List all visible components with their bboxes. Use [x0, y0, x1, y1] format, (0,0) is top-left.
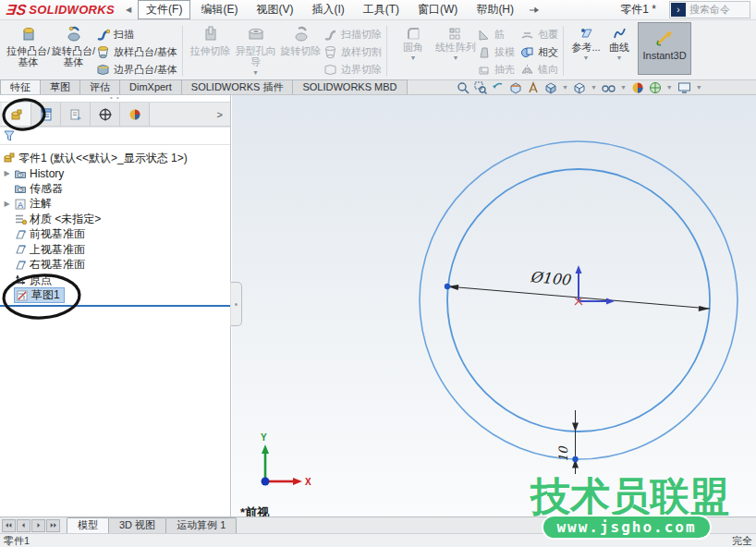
display-style-dropdown-icon[interactable]: ▼ [591, 85, 597, 91]
coordinate-triad: Y X [261, 432, 311, 487]
wrap-button[interactable]: 包覆 [520, 26, 558, 43]
tab-features[interactable]: 特征 [0, 79, 41, 94]
menu-view[interactable]: 视图(V) [248, 0, 301, 19]
tab-evaluate[interactable]: 评估 [79, 79, 120, 94]
filter-funnel-icon[interactable] [3, 129, 16, 142]
sweep-cut-button[interactable]: 扫描切除 [323, 26, 382, 43]
display-manager-tab[interactable] [120, 103, 150, 126]
tree-item-front-plane[interactable]: 前视基准面 [0, 227, 230, 243]
diameter-dimension-text[interactable]: Ø100 [530, 268, 573, 289]
menu-window[interactable]: 窗口(W) [409, 0, 466, 19]
shell-button[interactable]: 抽壳 [477, 61, 515, 79]
revolve-cut-button[interactable]: 旋转切除 [278, 22, 323, 56]
graphics-area[interactable]: Ø100 10 Y X *前视 [232, 95, 756, 517]
extrude-cut-button[interactable]: 拉伸切除 [188, 22, 233, 56]
hide-show-dropdown-icon[interactable]: ▼ [620, 85, 627, 91]
tree-root-row[interactable]: 零件1 (默认<<默认>_显示状态 1>) [0, 151, 230, 166]
previous-tab-button[interactable]: ⏴ [17, 519, 30, 532]
zoom-fit-icon[interactable] [457, 81, 469, 94]
configuration-manager-tab[interactable] [61, 103, 91, 126]
menu-help[interactable]: 帮助(H) [468, 0, 522, 19]
hole-wizard-button[interactable]: 异型孔向导 ▼ [233, 22, 278, 76]
menu-collapse-icon[interactable]: ◀ [126, 6, 131, 14]
last-tab-button[interactable]: ⏵⏵ [46, 519, 60, 532]
zoom-area-icon[interactable] [474, 81, 487, 94]
linear-pattern-dropdown-icon[interactable]: ▼ [453, 55, 459, 61]
search-commands-box[interactable]: › 搜索命令 [669, 1, 750, 18]
tab-solidworks-mbd[interactable]: SOLIDWORKS MBD [292, 79, 407, 94]
edit-appearance-icon[interactable] [631, 81, 644, 94]
menu-insert[interactable]: 插入(I) [303, 0, 352, 19]
tab-solidworks-addins[interactable]: SOLIDWORKS 插件 [181, 79, 294, 94]
linear-pattern-button[interactable]: 线性阵列 ▼ [434, 22, 477, 61]
draft-button[interactable]: 拔模 [477, 43, 515, 61]
reference-dropdown-icon[interactable]: ▼ [583, 55, 590, 61]
tree-item-right-plane[interactable]: 右视基准面 [0, 258, 230, 274]
sketch-canvas[interactable]: Ø100 10 Y X [232, 95, 756, 517]
tree-item-material[interactable]: 材质 <未指定> [0, 212, 230, 227]
revolve-boss-button[interactable]: 旋转凸台/基体 [51, 22, 96, 67]
tree-item-sensors[interactable]: 传感器 [0, 181, 230, 197]
tree-filter-row[interactable] [0, 127, 230, 145]
apply-scene-dropdown-icon[interactable]: ▼ [666, 85, 673, 91]
extrude-boss-button[interactable]: 拉伸凸台/基体 [6, 22, 51, 67]
feature-manager-tab[interactable] [2, 103, 31, 126]
rollback-bar[interactable] [0, 305, 237, 307]
apply-scene-icon[interactable] [649, 81, 662, 94]
tree-item-sketch1[interactable]: 草图1 [0, 288, 230, 304]
offset-dimension-text[interactable]: 10 [556, 445, 570, 462]
offset-dimension[interactable]: 10 [556, 410, 579, 474]
search-input[interactable]: 搜索命令 [689, 3, 730, 17]
panel-grip[interactable]: • • [0, 95, 230, 102]
section-view-icon[interactable] [509, 81, 522, 94]
previous-view-icon[interactable] [492, 81, 505, 94]
tab-sketch[interactable]: 草图 [40, 79, 80, 94]
rib-button[interactable]: 筋 [477, 26, 515, 43]
view-settings-icon[interactable] [677, 81, 691, 94]
hide-show-items-icon[interactable] [602, 81, 616, 94]
panel-splitter-handle[interactable] [230, 282, 242, 326]
menu-tools[interactable]: 工具(T) [355, 0, 408, 19]
dynamic-annotation-icon[interactable] [527, 81, 540, 94]
sketch1-selection[interactable]: 草图1 [14, 287, 65, 303]
curves-button[interactable]: 曲线 ▼ [604, 22, 635, 61]
mirror-button[interactable]: 镜向 [520, 61, 558, 79]
expand-arrow-icon[interactable]: ▶ [3, 200, 11, 208]
loft-cut-button[interactable]: 放样切割 [323, 43, 382, 61]
instant3d-button[interactable]: Instant3D [638, 22, 691, 75]
model-tab[interactable]: 模型 [67, 517, 109, 533]
hole-wizard-dropdown-icon[interactable]: ▼ [252, 70, 259, 76]
display-style-icon[interactable] [573, 81, 586, 94]
next-tab-button[interactable]: ⏵ [31, 519, 45, 532]
dimxpert-manager-tab[interactable] [91, 103, 120, 126]
fillet-button[interactable]: 圆角 ▼ [392, 22, 434, 61]
sweep-button[interactable]: 扫描 [96, 26, 177, 43]
view-orientation-dropdown-icon[interactable]: ▼ [562, 85, 568, 91]
panel-tab-overflow-icon[interactable]: > [210, 103, 230, 126]
expand-arrow-icon[interactable]: ▶ [3, 169, 11, 177]
curves-dropdown-icon[interactable]: ▼ [616, 55, 623, 61]
reference-geometry-button[interactable]: 参考... ▼ [568, 22, 604, 61]
view-orientation-icon[interactable] [544, 81, 557, 94]
tree-item-top-plane[interactable]: 上视基准面 [0, 242, 230, 258]
boundary-cut-button[interactable]: 边界切除 [323, 61, 382, 79]
tree-item-origin[interactable]: 原点 [0, 273, 230, 288]
intersect-button[interactable]: 相交 [520, 43, 558, 61]
fillet-dropdown-icon[interactable]: ▼ [410, 55, 417, 61]
view-settings-dropdown-icon[interactable]: ▼ [696, 85, 702, 91]
motion-study-tab[interactable]: 运动算例 1 [165, 517, 237, 533]
first-tab-button[interactable]: ⏴⏴ [2, 519, 16, 532]
pin-menu-icon[interactable] [529, 5, 540, 16]
sketch-point[interactable] [572, 456, 578, 462]
sketch-point[interactable] [445, 284, 450, 289]
menu-file[interactable]: 文件(F) [138, 0, 190, 19]
tree-item-history[interactable]: ▶ History [0, 166, 230, 182]
search-icon[interactable]: › [671, 3, 686, 17]
menu-edit[interactable]: 编辑(E) [192, 0, 246, 19]
boundary-boss-button[interactable]: 边界凸台/基体 [96, 61, 177, 79]
3d-views-tab[interactable]: 3D 视图 [108, 517, 166, 533]
tree-item-annotations[interactable]: ▶ A 注解 [0, 197, 230, 213]
tab-dimxpert[interactable]: DimXpert [119, 79, 182, 94]
loft-button[interactable]: 放样凸台/基体 [96, 43, 177, 61]
property-manager-tab[interactable] [31, 103, 61, 126]
